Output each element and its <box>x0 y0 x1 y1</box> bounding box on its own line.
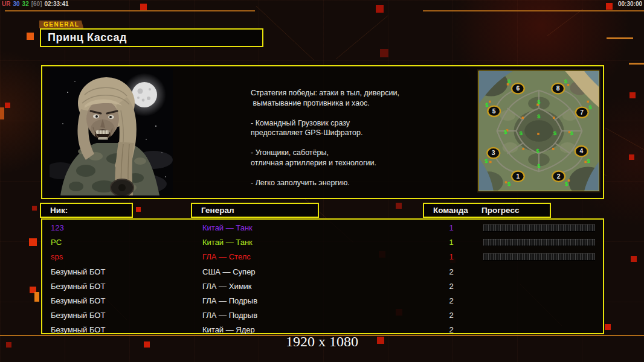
general-name: Принц Кассад <box>41 31 127 44</box>
general-name-box: Принц Кассад <box>40 28 263 47</box>
svg-text:$: $ <box>537 113 541 119</box>
decor-square <box>34 292 39 302</box>
decor-square <box>140 4 147 10</box>
header-general: Генерал <box>191 203 319 218</box>
table-row: Безумный БОТГЛА — Подрыв2 <box>42 308 601 323</box>
svg-text:$: $ <box>485 157 488 164</box>
table-row: PCКитай — Танк1 <box>42 235 601 250</box>
decor-square <box>606 3 613 10</box>
hud-stat-segment: UR <box>2 1 10 7</box>
player-general: США — Супер <box>202 267 256 276</box>
decor-square <box>27 33 34 40</box>
decor-square <box>0 107 4 119</box>
header-nick-label: Ник: <box>41 206 68 215</box>
decor-line <box>629 63 644 65</box>
portrait-image <box>50 68 173 195</box>
progress-bar <box>483 224 595 231</box>
players-table: 123Китай — Танк1PCКитай — Танк1spsГЛА — … <box>41 218 604 334</box>
svg-text:$: $ <box>553 130 557 136</box>
decor-line <box>5 10 255 11</box>
match-timer: 00:30:00 <box>618 1 642 7</box>
table-row: Безумный БОТСША — Супер2 <box>42 265 601 279</box>
svg-text:7: 7 <box>580 109 584 116</box>
hud-stats-overlay: UR3032[60]02:33:41 <box>2 1 71 7</box>
player-nick: Безумный БОТ <box>51 296 105 305</box>
player-nick: sps <box>51 252 63 261</box>
decor-square <box>630 92 636 98</box>
hud-stat-segment: 32 <box>22 1 29 7</box>
player-team: 2 <box>443 311 459 320</box>
hud-stat-segment: [60] <box>31 1 42 7</box>
svg-text:$: $ <box>589 104 593 110</box>
decor-square <box>631 256 637 262</box>
player-nick: Безумный БОТ <box>51 267 105 276</box>
table-row: Безумный БОТГЛА — Подрыв2 <box>42 294 601 308</box>
player-general: Китай — Танк <box>202 238 253 247</box>
svg-text:$: $ <box>587 157 591 164</box>
player-nick: Безумный БОТ <box>51 282 105 291</box>
svg-text:2: 2 <box>557 173 561 180</box>
svg-text:$: $ <box>507 180 511 187</box>
svg-text:3: 3 <box>492 150 495 156</box>
decor-line <box>607 37 633 39</box>
minimap-image: $$$$$$$$$$$$$$$$12345678 <box>479 71 599 191</box>
player-general: ГЛА — Химик <box>202 282 252 291</box>
general-info-panel: Стратегия победы: атаки в тыл, диверсии,… <box>41 65 604 199</box>
svg-text:5: 5 <box>492 108 496 115</box>
header-team-label: Команда <box>424 206 468 215</box>
svg-text:$: $ <box>504 129 507 135</box>
decor-square <box>396 203 402 209</box>
decor-square <box>380 49 388 57</box>
svg-text:$: $ <box>536 147 539 154</box>
header-general-label: Генерал <box>192 206 234 215</box>
loading-screen: UR3032[60]02:33:41 00:30:00 GENERAL Прин… <box>0 0 644 362</box>
progress-bar <box>483 239 595 246</box>
player-team: 1 <box>443 238 459 247</box>
decor-square <box>605 324 611 330</box>
decor-square <box>376 5 384 13</box>
resolution-text: 1920 x 1080 <box>0 334 644 350</box>
header-nick: Ник: <box>40 203 133 218</box>
svg-text:4: 4 <box>579 148 583 154</box>
decor-line <box>423 10 644 11</box>
player-team: 1 <box>443 252 459 261</box>
decor-square <box>32 206 37 211</box>
player-team: 2 <box>443 296 459 305</box>
decor-square <box>629 154 634 160</box>
table-row: spsГЛА — Стелс1 <box>42 250 601 264</box>
svg-text:$: $ <box>520 130 523 136</box>
player-nick: PC <box>51 238 62 247</box>
player-general: Китай — Танк <box>202 223 253 232</box>
player-general: ГЛА — Подрыв <box>202 311 257 320</box>
decor-square <box>136 207 141 212</box>
svg-text:$: $ <box>537 98 541 105</box>
svg-text:$: $ <box>507 78 511 84</box>
player-general: ГЛА — Подрыв <box>202 296 257 305</box>
general-tab-label: GENERAL <box>43 21 79 28</box>
table-row: Безумный БОТГЛА — Химик2 <box>42 279 601 294</box>
player-team: 2 <box>443 267 459 276</box>
hud-stat-segment: 02:33:41 <box>45 1 69 7</box>
svg-text:6: 6 <box>516 85 520 92</box>
player-nick: Безумный БОТ <box>51 311 105 320</box>
player-general: ГЛА — Стелс <box>202 252 251 261</box>
svg-text:$: $ <box>537 162 541 169</box>
player-nick: 123 <box>51 223 64 232</box>
table-row: 123Китай — Танк1 <box>42 221 601 235</box>
decor-square <box>5 103 10 108</box>
general-tab: GENERAL <box>39 21 83 28</box>
svg-text:1: 1 <box>516 173 520 180</box>
decor-square <box>29 238 37 246</box>
general-portrait <box>50 68 173 195</box>
strategy-text: Стратегия победы: атаки в тыл, диверсии,… <box>251 88 450 188</box>
map-preview: $$$$$$$$$$$$$$$$12345678 <box>478 71 599 191</box>
hud-stat-segment: 30 <box>13 1 19 7</box>
header-progress-label: Прогресс <box>481 206 519 215</box>
player-team: 1 <box>443 223 459 232</box>
progress-bar <box>483 253 595 260</box>
svg-text:$: $ <box>564 78 568 84</box>
svg-text:$: $ <box>570 130 574 136</box>
player-team: 2 <box>443 282 459 291</box>
header-team-progress: Команда Прогресс <box>423 203 551 218</box>
svg-text:$: $ <box>485 101 489 108</box>
